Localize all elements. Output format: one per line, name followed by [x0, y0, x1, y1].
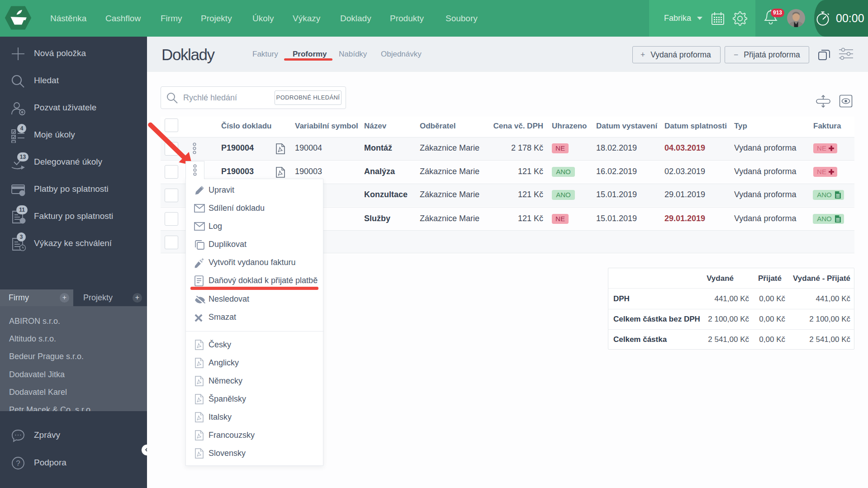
svg-text:!: ! [22, 218, 24, 223]
svg-text:!: ! [21, 190, 23, 196]
svg-text:?: ? [16, 459, 20, 468]
